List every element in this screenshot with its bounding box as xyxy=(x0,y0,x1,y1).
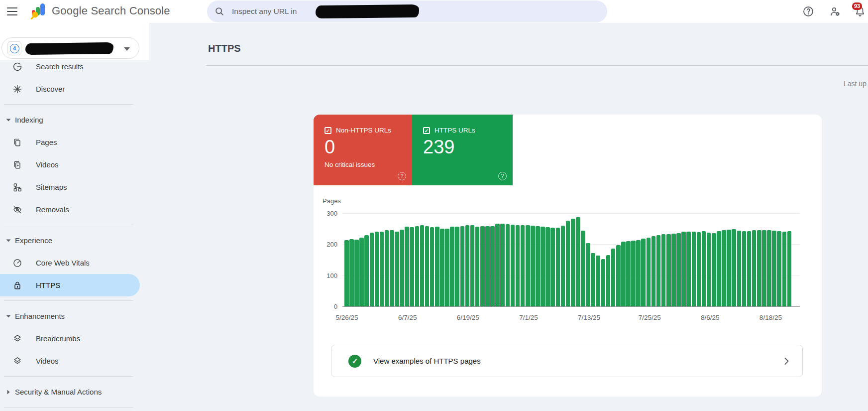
chart-bar xyxy=(511,225,515,306)
chart-bar xyxy=(697,232,701,306)
sidebar-section-experience[interactable]: Experience xyxy=(0,229,149,252)
property-count-badge: 4 xyxy=(7,41,21,55)
chart-bar xyxy=(671,234,676,306)
chart-bar xyxy=(516,225,520,306)
sidebar-divider xyxy=(4,104,133,105)
chart-bar xyxy=(480,226,485,306)
discover-icon xyxy=(12,84,22,94)
caret-down-icon xyxy=(5,237,12,244)
chevron-down-icon xyxy=(124,47,130,51)
chart-bar xyxy=(364,235,369,306)
chart-bar xyxy=(747,231,752,306)
help-circle-icon[interactable]: ? xyxy=(398,172,406,180)
chart-bar xyxy=(550,228,555,306)
hamburger-menu-icon[interactable] xyxy=(6,5,18,17)
chart-bar xyxy=(521,225,525,306)
url-inspect-search-input[interactable]: Inspect any URL in xyxy=(207,0,607,22)
x-axis-tick-label: 7/25/25 xyxy=(639,314,661,321)
x-axis-tick-label: 7/13/25 xyxy=(578,314,600,321)
caret-down-icon xyxy=(5,117,12,124)
sidebar-item-videos[interactable]: Videos xyxy=(0,350,149,372)
sidebar-item-videos[interactable]: Videos xyxy=(0,153,149,176)
chart-bar xyxy=(430,227,434,306)
chart-bar xyxy=(455,227,459,306)
sidebar-section-security-manual-actions[interactable]: Security & Manual Actions xyxy=(0,381,149,403)
sidebar-item-pages[interactable]: Pages xyxy=(0,131,149,153)
property-selector[interactable]: 4 xyxy=(1,37,139,59)
chart-bar xyxy=(676,233,681,306)
notification-count-badge: 93 xyxy=(852,2,862,10)
caret-right-icon xyxy=(5,389,12,396)
sidebar-section-label: Enhancements xyxy=(15,312,65,320)
chart-bar xyxy=(666,234,671,306)
top-header: Google Search Console Inspect any URL in xyxy=(0,0,868,23)
chart-bar xyxy=(375,232,379,306)
sidebar-item-label: Pages xyxy=(36,138,57,146)
breadcrumbs-icon xyxy=(12,334,22,344)
https-checkbox[interactable]: ✓ xyxy=(423,127,430,134)
chart-bar xyxy=(767,230,771,306)
x-axis-tick-label: 8/18/25 xyxy=(760,314,782,321)
search-icon xyxy=(214,6,225,17)
y-axis-tick-label: 300 xyxy=(321,210,337,217)
chart-bar xyxy=(420,225,425,306)
sidebar-item-sitemaps[interactable]: Sitemaps xyxy=(0,176,149,198)
sidebar-item-removals[interactable]: Removals xyxy=(0,198,149,221)
chart-bar xyxy=(556,228,560,306)
chart-bar xyxy=(490,226,495,306)
sidebar-item-label: Core Web Vitals xyxy=(36,259,90,267)
https-report-panel: ✓ Non-HTTPS URLs 0 No critical issues ? … xyxy=(314,115,822,397)
chart-bar xyxy=(777,231,781,307)
chevron-right-icon[interactable] xyxy=(780,355,792,367)
chart-bar xyxy=(500,224,505,306)
chart-bar xyxy=(571,219,575,306)
non-https-card[interactable]: ✓ Non-HTTPS URLs 0 No critical issues ? xyxy=(314,115,412,185)
chart-bar xyxy=(742,231,747,306)
sidebar-item-https[interactable]: HTTPS xyxy=(0,274,140,296)
title-divider xyxy=(206,65,868,66)
help-icon[interactable] xyxy=(802,5,814,17)
chart-bar xyxy=(626,241,631,306)
chart-bar xyxy=(566,221,570,306)
https-lock-icon xyxy=(12,280,22,290)
x-axis-tick-label: 6/7/25 xyxy=(398,314,417,321)
chart-bar xyxy=(385,230,389,306)
chart-bar xyxy=(349,239,354,306)
last-updated-text: Last up xyxy=(844,80,867,88)
x-axis-tick-label: 7/1/25 xyxy=(519,314,538,321)
chart-bar xyxy=(651,236,656,306)
chart-bar xyxy=(405,227,409,306)
chart-bar xyxy=(611,249,616,306)
y-axis-tick-label: 100 xyxy=(321,272,337,279)
chart-bar xyxy=(772,231,776,306)
view-examples-row[interactable]: ✓ View examples of HTTPS pages xyxy=(331,345,803,377)
sidebar-section-enhancements[interactable]: Enhancements xyxy=(0,305,149,327)
sidebar-divider xyxy=(4,225,133,225)
sidebar-divider xyxy=(4,376,133,377)
chart-bar xyxy=(656,235,661,306)
chart-bar xyxy=(581,231,585,306)
y-axis-tick-label: 0 xyxy=(321,303,337,310)
sidebar-item-breadcrumbs[interactable]: Breadcrumbs xyxy=(0,327,149,350)
sidebar-section-indexing[interactable]: Indexing xyxy=(0,109,149,131)
help-circle-icon[interactable]: ? xyxy=(498,172,507,180)
user-settings-icon[interactable] xyxy=(829,5,841,17)
chart-y-axis-title: Pages xyxy=(323,197,341,205)
non-https-checkbox[interactable]: ✓ xyxy=(325,127,331,134)
app-title: Google Search Console xyxy=(52,4,170,17)
chart-bar xyxy=(485,226,490,306)
sidebar-item-discover[interactable]: Discover xyxy=(0,78,149,100)
sidebar-item-core-web-vitals[interactable]: Core Web Vitals xyxy=(0,252,149,274)
https-card[interactable]: ✓ HTTPS URLs 239 ? xyxy=(412,115,513,185)
app-logo[interactable]: Google Search Console xyxy=(31,2,170,19)
check-circle-icon: ✓ xyxy=(348,355,361,368)
chart-bar xyxy=(545,227,550,306)
chart-bar xyxy=(631,241,636,306)
chart-bar xyxy=(712,233,716,306)
chart-bar xyxy=(395,232,399,306)
https-card-label: HTTPS URLs xyxy=(434,127,475,134)
chart-bar xyxy=(460,226,465,306)
chart-bar xyxy=(621,242,626,306)
sitemaps-icon xyxy=(12,182,22,192)
sidebar-item-label: Removals xyxy=(36,205,69,214)
